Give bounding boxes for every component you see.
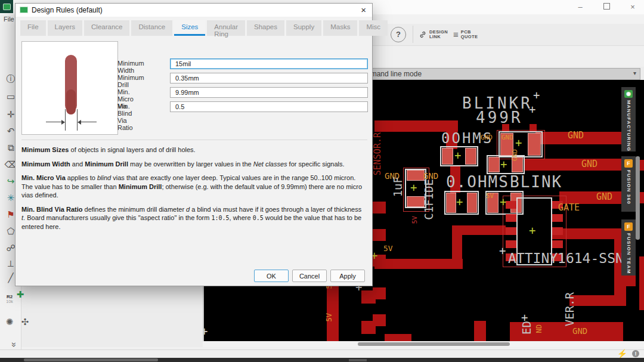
crosshair-marker: + bbox=[456, 195, 463, 208]
apply-button[interactable]: Apply bbox=[330, 270, 365, 282]
design-link-button[interactable]: DESIGN LINK bbox=[419, 27, 448, 42]
net-label: GATE bbox=[558, 203, 580, 212]
fusion-team-icon: F bbox=[624, 222, 633, 231]
tab-masks[interactable]: Masks bbox=[323, 20, 357, 36]
dialog-close-button[interactable]: × bbox=[361, 5, 366, 15]
net-label: 5V bbox=[411, 216, 418, 224]
tab-sizes[interactable]: Sizes bbox=[174, 20, 205, 36]
smash-icon[interactable]: ✺ bbox=[2, 315, 17, 329]
pcb-trace bbox=[452, 225, 462, 269]
crosshair-marker: + bbox=[533, 88, 540, 101]
tab-fusion-360[interactable]: FFUSION 360 bbox=[621, 156, 636, 212]
pcb-trace bbox=[474, 321, 486, 341]
app-icon bbox=[0, 0, 13, 13]
net-label: GND bbox=[572, 327, 587, 335]
help-paragraph: Minimum Sizes of objects in signal layer… bbox=[21, 146, 366, 154]
tab-misc[interactable]: Misc bbox=[359, 20, 388, 36]
tab-fusion-team[interactable]: FFUSION TEAM bbox=[621, 219, 636, 276]
pcb-trace bbox=[569, 295, 626, 306]
horizontal-scrollbar[interactable] bbox=[203, 341, 644, 347]
help-button[interactable]: ? bbox=[391, 27, 406, 42]
ok-button[interactable]: OK bbox=[254, 270, 289, 282]
ic-pad bbox=[552, 214, 563, 222]
net-label: 5V bbox=[383, 245, 393, 252]
ic-pad bbox=[506, 240, 516, 248]
net-label: ATTINY1614-SSN bbox=[508, 252, 624, 265]
horizontal-scrollbar-thumb[interactable] bbox=[358, 342, 510, 346]
smd-pad bbox=[446, 193, 456, 213]
tab-supply[interactable]: Supply bbox=[286, 20, 321, 36]
help-paragraph: Min. Micro Via applies to blind vias tha… bbox=[21, 174, 366, 200]
crosshair-marker: + bbox=[500, 157, 507, 171]
manufacturing-icon: ◉ bbox=[624, 90, 633, 98]
smd-pad bbox=[442, 148, 453, 165]
crosshair-marker: + bbox=[529, 103, 535, 116]
field-min-micro-via[interactable] bbox=[170, 87, 368, 98]
tab-manufacturing[interactable]: ◉MANUFACTURING bbox=[621, 87, 636, 151]
tab-annular-ring[interactable]: Annular Ring bbox=[207, 20, 245, 36]
arrow-right-icon bbox=[61, 120, 65, 125]
net-label: 5V bbox=[326, 313, 333, 321]
minimize-button[interactable]: – bbox=[574, 0, 587, 14]
pcb-trace bbox=[640, 192, 644, 203]
maximize-button[interactable] bbox=[600, 0, 613, 14]
crosshair-marker: + bbox=[499, 244, 506, 257]
tab-label: FUSION 360 bbox=[626, 170, 631, 205]
net-label: 499R bbox=[476, 110, 523, 125]
pcb-quote-button[interactable]: ≡ PCB QUOTE bbox=[453, 27, 478, 42]
field-min-blind-via-ratio[interactable] bbox=[170, 101, 368, 112]
net-label: BLINK bbox=[510, 174, 562, 190]
field-minimum-width[interactable] bbox=[170, 58, 368, 69]
ic-pad bbox=[506, 227, 516, 235]
pcb-trace bbox=[640, 160, 644, 171]
dropdown-arrow-icon[interactable]: ▾ bbox=[633, 70, 636, 76]
tab-clearance[interactable]: Clearance bbox=[84, 20, 129, 36]
design-rules-dialog: Design Rules (default) × FileLayersClear… bbox=[15, 3, 373, 286]
tab-distance[interactable]: Distance bbox=[131, 20, 172, 36]
optimize-icon[interactable]: ✣ bbox=[18, 315, 32, 329]
value-icon[interactable]: R210k bbox=[2, 295, 17, 309]
cancel-button[interactable]: Cancel bbox=[292, 270, 327, 282]
pcb-trace bbox=[373, 202, 386, 214]
drc-status-icon[interactable]: ⚡ bbox=[617, 349, 627, 358]
toolbar-separator bbox=[413, 26, 413, 43]
crosshair-marker: + bbox=[515, 136, 522, 149]
net-label: GND bbox=[581, 160, 597, 169]
link-icon bbox=[419, 30, 427, 39]
net-label: GND bbox=[512, 149, 518, 161]
pcb-trace bbox=[374, 259, 463, 269]
dialog-icon bbox=[20, 7, 28, 13]
dialog-title-bar[interactable]: Design Rules (default) × bbox=[16, 4, 372, 17]
net-label: C1FIDE bbox=[423, 179, 435, 220]
tab-file[interactable]: File bbox=[20, 20, 46, 36]
maximize-icon bbox=[603, 3, 610, 10]
crosshair-marker: + bbox=[500, 195, 506, 208]
net-label: VER.R bbox=[564, 292, 575, 326]
vertical-scrollbar[interactable] bbox=[636, 80, 640, 341]
net-label: GND bbox=[501, 134, 513, 141]
warning-icon[interactable]: ! bbox=[632, 350, 639, 357]
crosshair-marker: + bbox=[410, 181, 417, 194]
bottom-edge bbox=[0, 358, 644, 362]
net-label: ND bbox=[535, 324, 543, 333]
field-minimum-drill[interactable] bbox=[170, 73, 368, 83]
tab-layers[interactable]: Layers bbox=[48, 20, 83, 36]
quote-lines-icon: ≡ bbox=[453, 30, 459, 39]
net-label: 0.OHMS bbox=[446, 174, 509, 190]
net-label: 1uF bbox=[392, 177, 404, 197]
menu-file[interactable]: File bbox=[4, 16, 14, 23]
help-text: Minimum Sizes of objects in signal layer… bbox=[21, 146, 366, 236]
divider bbox=[21, 140, 367, 140]
dialog-title: Design Rules (default) bbox=[32, 6, 103, 14]
net-label: GND bbox=[568, 131, 584, 140]
crosshair-marker: + bbox=[454, 148, 461, 162]
status-bar: ⚡ ! bbox=[0, 349, 644, 358]
field-label: Minimum Width bbox=[117, 60, 144, 74]
crosshair-marker: + bbox=[529, 224, 535, 237]
tab-shapes[interactable]: Shapes bbox=[247, 20, 284, 36]
vertical-scrollbar-thumb[interactable] bbox=[636, 156, 640, 240]
net-label: SENSOR.R bbox=[373, 132, 382, 175]
field-label: Minimum Drill bbox=[117, 74, 144, 88]
close-button[interactable]: × bbox=[626, 0, 639, 14]
dialog-tab-bar: FileLayersClearanceDistanceSizesAnnular … bbox=[20, 20, 389, 36]
